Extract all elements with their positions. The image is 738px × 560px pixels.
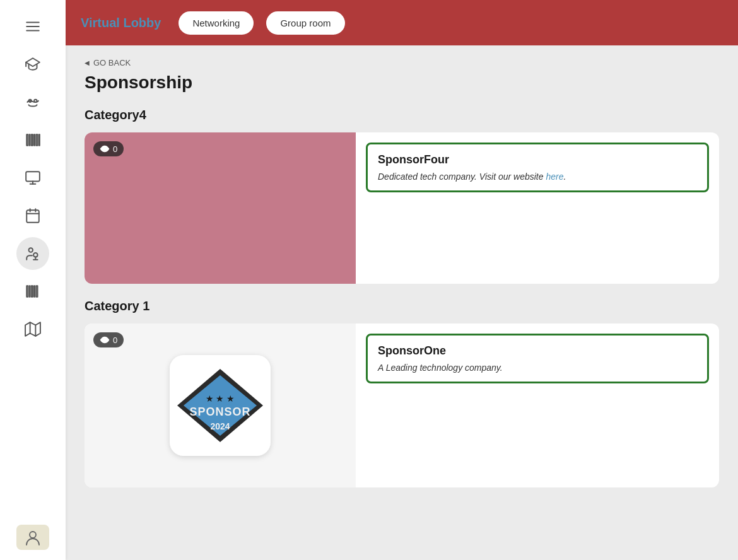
svg-rect-6 xyxy=(30,134,30,145)
svg-rect-22 xyxy=(34,286,35,296)
menu-icon[interactable] xyxy=(16,10,49,43)
svg-rect-10 xyxy=(39,134,40,145)
svg-rect-19 xyxy=(26,286,28,296)
category1-title: Category 1 xyxy=(85,299,719,313)
sponsor-four-info: SponsorFour Dedicated tech company. Visi… xyxy=(356,132,719,284)
view-badge-one: 0 xyxy=(93,332,124,347)
view-badge-four: 0 xyxy=(93,141,124,156)
sponsor-card-one: ★ ★ ★ SPONSOR 2024 0 SponsorOne xyxy=(85,324,719,487)
sidebar xyxy=(0,0,66,560)
svg-rect-11 xyxy=(26,172,40,181)
header: Virtual Lobby Networking Group room xyxy=(66,0,738,45)
go-back-link[interactable]: GO BACK xyxy=(85,58,719,67)
page-title: Sponsorship xyxy=(85,73,719,93)
svg-point-27 xyxy=(30,532,36,538)
svg-rect-14 xyxy=(26,210,39,223)
sponsor-one-desc: A Leading technology company. xyxy=(378,363,697,373)
view-count-one: 0 xyxy=(113,335,117,345)
sponsor-four-box[interactable]: SponsorFour Dedicated tech company. Visi… xyxy=(366,143,709,192)
svg-rect-23 xyxy=(36,286,37,296)
sponsor-one-info: SponsorOne A Leading technology company. xyxy=(356,324,719,487)
sponsor-card-four: 0 SponsorFour Dedicated tech company. Vi… xyxy=(85,132,719,284)
sponsor-one-box[interactable]: SponsorOne A Leading technology company. xyxy=(366,334,709,383)
svg-text:SPONSOR: SPONSOR xyxy=(189,405,250,418)
category4-title: Category4 xyxy=(85,108,719,122)
svg-text:★ ★ ★: ★ ★ ★ xyxy=(206,394,235,404)
calendar-icon[interactable] xyxy=(16,199,49,232)
svg-text:2024: 2024 xyxy=(210,421,230,431)
svg-rect-21 xyxy=(32,286,33,296)
svg-point-4 xyxy=(34,100,37,102)
sponsor-four-desc: Dedicated tech company. Visit our websit… xyxy=(378,172,697,182)
svg-rect-8 xyxy=(34,134,35,145)
sponsorship-icon[interactable] xyxy=(16,237,49,270)
barcode-icon[interactable] xyxy=(16,124,49,156)
sponsor-four-link[interactable]: here xyxy=(546,172,563,182)
barcode2-icon[interactable] xyxy=(16,275,49,308)
sponsor-one-logo: ★ ★ ★ SPONSOR 2024 xyxy=(138,324,302,487)
svg-marker-24 xyxy=(25,322,40,336)
group-room-button[interactable]: Group room xyxy=(266,11,344,35)
svg-rect-5 xyxy=(26,134,28,145)
svg-point-18 xyxy=(29,248,33,252)
sponsor-four-name: SponsorFour xyxy=(378,153,697,166)
svg-point-28 xyxy=(103,148,106,150)
main-area: Virtual Lobby Networking Group room GO B… xyxy=(66,0,738,560)
map-icon[interactable] xyxy=(16,313,49,346)
sponsor-four-image[interactable]: 0 xyxy=(85,132,356,284)
sponsor-one-image[interactable]: ★ ★ ★ SPONSOR 2024 0 xyxy=(85,324,356,487)
svg-rect-20 xyxy=(30,286,30,296)
svg-rect-7 xyxy=(32,134,33,145)
monitor-icon[interactable] xyxy=(16,161,49,194)
content-area: GO BACK Sponsorship Category4 0 SponsorF… xyxy=(66,45,738,560)
handshake-icon[interactable] xyxy=(16,86,49,119)
svg-rect-9 xyxy=(36,134,37,145)
sidebar-bottom xyxy=(16,525,49,550)
view-count-four: 0 xyxy=(113,144,117,154)
svg-point-35 xyxy=(103,339,106,341)
networking-button[interactable]: Networking xyxy=(179,11,254,35)
sponsor-one-name: SponsorOne xyxy=(378,344,697,358)
graduation-icon[interactable] xyxy=(16,48,49,81)
virtual-lobby-title: Virtual Lobby xyxy=(81,16,161,30)
user-avatar-icon[interactable] xyxy=(16,525,49,550)
